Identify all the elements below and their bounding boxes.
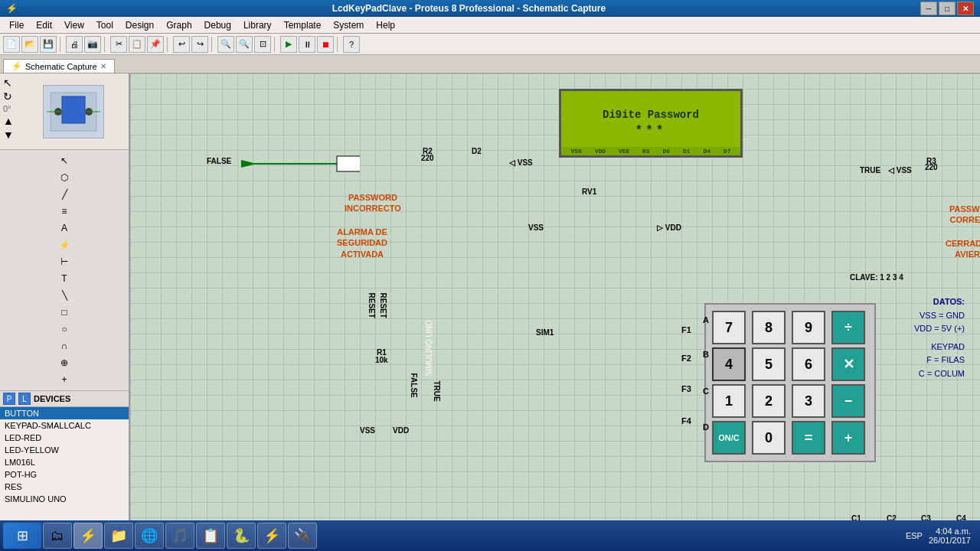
tool-add[interactable]: +	[57, 372, 72, 387]
info-f: F = FILAS	[914, 354, 965, 367]
device-led-red[interactable]: LED-RED	[0, 432, 129, 444]
tool-text[interactable]: T	[57, 271, 72, 286]
device-button[interactable]: BUTTON	[0, 407, 129, 419]
tool-bus[interactable]: ≡	[57, 204, 72, 219]
device-simulino[interactable]: SIMULINO UNO	[0, 493, 129, 505]
menu-debug[interactable]: Debug	[198, 18, 237, 32]
tool-box[interactable]: □	[57, 305, 72, 320]
tool-line[interactable]: ╲	[57, 288, 72, 303]
menu-edit[interactable]: Edit	[30, 18, 58, 32]
tb-run[interactable]: ▶	[280, 36, 297, 53]
taskbar-fileexplorer[interactable]: 🗂	[43, 523, 72, 549]
tb-paste[interactable]: 📌	[147, 36, 164, 53]
taskbar-browser[interactable]: 🌐	[135, 523, 164, 549]
kp-btn-6[interactable]: 6	[792, 347, 825, 381]
tb-print[interactable]: 🖨	[66, 36, 83, 53]
kp-btn-8[interactable]: 8	[752, 311, 786, 344]
menu-help[interactable]: Help	[370, 18, 401, 32]
kp-btn-div[interactable]: ÷	[831, 311, 865, 344]
device-res[interactable]: RES	[0, 481, 129, 493]
kp-col-f3: F3	[681, 383, 691, 394]
tb-zoom-in[interactable]: 🔍	[217, 36, 234, 53]
close-button[interactable]: ✕	[957, 2, 974, 15]
tab-close-button[interactable]: ✕	[100, 62, 106, 70]
kp-btn-minus[interactable]: −	[831, 384, 865, 418]
kp-btn-1[interactable]: 1	[712, 384, 746, 418]
taskbar-plugin[interactable]: 🔌	[288, 523, 317, 549]
menu-graph[interactable]: Graph	[160, 18, 198, 32]
tb-save[interactable]: 💾	[40, 36, 57, 53]
taskbar-proteus[interactable]: ⚡	[74, 523, 103, 549]
menu-view[interactable]: View	[58, 18, 90, 32]
tool-arc[interactable]: ∩	[57, 338, 72, 354]
label-password-correcto: PASSWORD CORRECTO	[949, 204, 980, 226]
right-info-panel: DATOS: VSS = GND VDD = 5V (+) KEYPAD F =…	[914, 295, 965, 381]
kp-btn-eq[interactable]: =	[792, 421, 825, 455]
nav-arrow-down[interactable]: ▼	[3, 129, 14, 141]
device-led-yellow[interactable]: LED-YELLOW	[0, 444, 129, 456]
tool-terminal[interactable]: ⊢	[57, 254, 72, 269]
nav-tools: ↖ ↻ 0° ▲ ▼	[3, 77, 14, 141]
kp-btn-onc[interactable]: ON/C	[712, 421, 746, 455]
tool-power[interactable]: ⚡	[57, 237, 72, 253]
menu-template[interactable]: Template	[278, 18, 328, 32]
tb-redo[interactable]: ↪	[191, 36, 208, 53]
taskbar-snake[interactable]: 🐍	[227, 523, 256, 549]
devices-p-btn[interactable]: P	[3, 393, 15, 405]
device-pot-hg[interactable]: POT-HG	[0, 468, 129, 481]
menu-design[interactable]: Design	[119, 18, 160, 32]
tool-label[interactable]: A	[57, 220, 72, 236]
nav-arrow-up[interactable]: ▲	[3, 115, 14, 127]
left-panel: ↖ ↻ 0° ▲ ▼ ↖ ⬡ ╱ ≡	[0, 73, 130, 533]
kp-btn-2[interactable]: 2	[752, 384, 786, 418]
tb-stop[interactable]: ⏹	[317, 36, 334, 53]
menu-system[interactable]: System	[327, 18, 370, 32]
app-icon: ⚡	[6, 3, 18, 14]
tool-circle[interactable]: ○	[57, 321, 72, 337]
kp-btn-3[interactable]: 3	[792, 384, 825, 418]
toolbar: 📄 📂 💾 🖨 📷 ✂ 📋 📌 ↩ ↪ 🔍 🔍 ⊡ ▶ ⏸ ⏹ ?	[0, 34, 980, 55]
tb-pause[interactable]: ⏸	[299, 36, 315, 53]
tb-zoom-out[interactable]: 🔍	[236, 36, 253, 53]
tool-component[interactable]: ⬡	[57, 170, 72, 185]
tool-probe[interactable]: ⊕	[57, 355, 72, 370]
kp-btn-plus[interactable]: +	[831, 421, 865, 455]
kp-btn-0[interactable]: 0	[752, 421, 786, 455]
tool-wire[interactable]: ╱	[57, 187, 72, 202]
kp-btn-x[interactable]: ✕	[831, 347, 865, 381]
taskbar-folder[interactable]: 📁	[104, 523, 133, 549]
tool-select[interactable]: ↖	[57, 153, 72, 168]
tb-help[interactable]: ?	[343, 36, 360, 53]
menu-library[interactable]: Library	[237, 18, 278, 32]
taskbar-media[interactable]: 🎵	[165, 523, 194, 549]
tb-new[interactable]: 📄	[3, 36, 20, 53]
minimize-button[interactable]: ─	[920, 2, 937, 15]
tb-copy[interactable]: 📋	[129, 36, 145, 53]
nav-preview[interactable]	[43, 85, 104, 139]
tb-cut[interactable]: ✂	[110, 36, 127, 53]
maximize-button[interactable]: □	[939, 2, 956, 15]
menu-tool[interactable]: Tool	[90, 18, 119, 32]
taskbar-arduino[interactable]: ⚡	[257, 523, 286, 549]
nav-angle: 0°	[3, 104, 14, 113]
lcd-pin-vee: VEE	[619, 148, 629, 155]
tb-open[interactable]: 📂	[21, 36, 38, 53]
taskbar-notes[interactable]: 📋	[196, 523, 225, 549]
start-button[interactable]: ⊞	[3, 523, 41, 549]
kp-btn-4[interactable]: 4	[712, 347, 746, 381]
menubar: File Edit View Tool Design Graph Debug L…	[0, 17, 980, 34]
schematic-capture-tab[interactable]: ⚡ Schematic Capture ✕	[3, 59, 115, 73]
device-keypad[interactable]: KEYPAD-SMALLCALC	[0, 419, 129, 432]
device-lm016l[interactable]: LM016L	[0, 456, 129, 468]
nav-select-tool[interactable]: ↖	[3, 77, 14, 89]
nav-rotate-tool[interactable]: ↻	[3, 90, 14, 103]
kp-btn-7[interactable]: 7	[712, 311, 746, 344]
devices-l-btn[interactable]: L	[18, 393, 31, 405]
kp-btn-9[interactable]: 9	[792, 311, 825, 344]
tb-zoom-all[interactable]: ⊡	[254, 36, 271, 53]
tb-undo[interactable]: ↩	[173, 36, 190, 53]
kp-btn-5[interactable]: 5	[752, 347, 786, 381]
canvas-area[interactable]: Di9ite Password *** VSS VDD VEE RS D0 D1…	[130, 73, 980, 533]
tb-capture[interactable]: 📷	[84, 36, 101, 53]
menu-file[interactable]: File	[3, 18, 30, 32]
